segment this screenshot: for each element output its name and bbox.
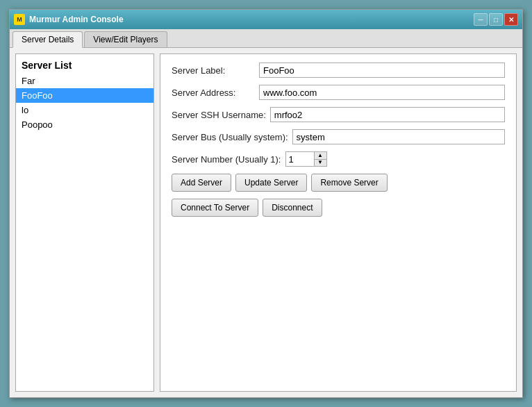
server-number-input[interactable] (286, 152, 314, 166)
update-server-button[interactable]: Update Server (235, 174, 307, 192)
details-panel: Server Label: Server Address: Server SSH… (160, 53, 517, 392)
server-label-row: Server Label: (172, 63, 505, 78)
minimize-button[interactable]: ─ (474, 13, 488, 26)
server-number-label: Server Number (Usually 1): (172, 154, 281, 165)
server-number-spinner: ▲ ▼ (285, 151, 327, 167)
server-label-label: Server Label: (172, 65, 255, 76)
server-list-items: Far FooFoo lo Poopoo (16, 74, 153, 391)
app-icon: M (14, 14, 25, 25)
server-list-title: Server List (16, 54, 153, 74)
server-bus-input[interactable] (292, 129, 505, 144)
server-item-foofoo[interactable]: FooFoo (16, 88, 153, 103)
server-item-lo[interactable]: lo (16, 103, 153, 117)
spin-up-button[interactable]: ▲ (315, 152, 326, 160)
server-address-row: Server Address: (172, 85, 505, 100)
button-row-2: Connect To Server Disconnect (172, 199, 505, 217)
server-address-input[interactable] (259, 85, 505, 100)
tab-server-details[interactable]: Server Details (13, 31, 83, 48)
spin-down-button[interactable]: ▼ (315, 160, 326, 167)
server-number-row: Server Number (Usually 1): ▲ ▼ (172, 151, 505, 167)
tab-view-edit-players[interactable]: View/Edit Players (84, 31, 167, 47)
content-area: Server List Far FooFoo lo Poopoo Se (10, 48, 522, 397)
spacer (172, 224, 505, 383)
maximize-button[interactable]: □ (489, 13, 503, 26)
main-window: M Murmur Admin Console ─ □ ✕ Server Deta… (9, 9, 523, 398)
disconnect-button[interactable]: Disconnect (263, 199, 322, 217)
button-row-1: Add Server Update Server Remove Server (172, 174, 505, 192)
server-label-input[interactable] (259, 63, 505, 78)
server-ssh-input[interactable] (270, 107, 505, 122)
server-address-label: Server Address: (172, 88, 255, 98)
server-item-poopoo[interactable]: Poopoo (16, 117, 153, 132)
spin-buttons: ▲ ▼ (314, 152, 326, 166)
server-ssh-row: Server SSH Username: (172, 107, 505, 122)
title-bar: M Murmur Admin Console ─ □ ✕ (10, 10, 522, 29)
close-button[interactable]: ✕ (504, 13, 518, 26)
tabs-bar: Server Details View/Edit Players (10, 29, 522, 48)
server-ssh-label: Server SSH Username: (172, 110, 266, 120)
remove-server-button[interactable]: Remove Server (311, 174, 387, 192)
server-list-panel: Server List Far FooFoo lo Poopoo (15, 53, 154, 392)
connect-to-server-button[interactable]: Connect To Server (172, 199, 258, 217)
server-bus-label: Server Bus (Usually system): (172, 132, 288, 142)
window-controls: ─ □ ✕ (474, 13, 518, 26)
server-bus-row: Server Bus (Usually system): (172, 129, 505, 144)
window-title: Murmur Admin Console (29, 15, 474, 24)
add-server-button[interactable]: Add Server (172, 174, 231, 192)
server-item-far[interactable]: Far (16, 74, 153, 88)
